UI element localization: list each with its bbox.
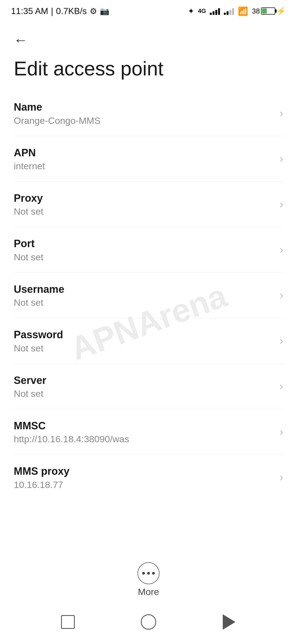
settings-item-value-0: Orange-Congo-MMS	[14, 115, 274, 126]
settings-item-name[interactable]: Name Orange-Congo-MMS ›	[14, 91, 283, 136]
settings-item-label-6: Server	[14, 374, 274, 387]
bolt-icon: ⚡	[276, 7, 286, 16]
settings-item-value-8: 10.16.18.77	[14, 479, 274, 490]
signal-bars-2	[224, 7, 234, 15]
time-display: 11:35 AM	[11, 6, 48, 16]
settings-item-label-5: Password	[14, 328, 274, 342]
settings-item-value-5: Not set	[14, 343, 274, 354]
settings-item-content-8: MMS proxy 10.16.18.77	[14, 465, 274, 490]
settings-item-label-8: MMS proxy	[14, 465, 274, 478]
settings-item-label-0: Name	[14, 100, 274, 114]
back-nav-icon	[223, 614, 235, 630]
settings-item-value-4: Not set	[14, 297, 274, 308]
settings-item-content-4: Username Not set	[14, 283, 274, 308]
wifi-icon: 📶	[238, 6, 248, 16]
signal-bars-1	[210, 7, 220, 15]
camera-icon: 📷	[100, 7, 109, 16]
settings-icon: ⚙	[90, 6, 97, 16]
battery-percent: 38	[252, 7, 260, 15]
home-icon	[141, 614, 156, 630]
status-left: 11:35 AM | 0.7KB/s ⚙ 📷	[11, 6, 109, 16]
settings-item-proxy[interactable]: Proxy Not set ›	[14, 182, 283, 227]
more-label: More	[138, 586, 159, 597]
battery-indicator: 38 ⚡	[252, 7, 286, 16]
status-bar: 11:35 AM | 0.7KB/s ⚙ 📷 ✦ 4G 📶 38 ⚡	[0, 0, 297, 22]
nav-back-button[interactable]	[217, 610, 241, 634]
settings-item-content-2: Proxy Not set	[14, 192, 274, 217]
settings-item-label-1: APN	[14, 146, 274, 160]
settings-item-password[interactable]: Password Not set ›	[14, 318, 283, 364]
status-right: ✦ 4G 📶 38 ⚡	[188, 6, 286, 16]
recents-icon	[61, 615, 75, 629]
settings-item-value-1: internet	[14, 161, 274, 171]
page-title: Edit access point	[0, 52, 297, 91]
settings-item-username[interactable]: Username Not set ›	[14, 273, 283, 318]
speed-display: 0.7KB/s	[56, 6, 87, 16]
settings-item-value-7: http://10.16.18.4:38090/was	[14, 434, 274, 444]
settings-item-label-4: Username	[14, 283, 274, 296]
settings-item-server[interactable]: Server Not set ›	[14, 364, 283, 409]
settings-list: Name Orange-Congo-MMS › APN internet › P…	[0, 91, 297, 500]
chevron-right-icon-2: ›	[280, 198, 283, 211]
settings-item-content-1: APN internet	[14, 146, 274, 171]
chevron-right-icon-7: ›	[280, 426, 283, 438]
settings-item-label-2: Proxy	[14, 192, 274, 205]
settings-item-mms-proxy[interactable]: MMS proxy 10.16.18.77 ›	[14, 455, 283, 500]
bluetooth-icon: ✦	[188, 7, 194, 16]
separator: |	[51, 6, 53, 16]
back-arrow-icon: ←	[13, 32, 28, 48]
more-circle-icon	[138, 562, 160, 584]
settings-item-content-0: Name Orange-Congo-MMS	[14, 100, 274, 126]
chevron-right-icon-6: ›	[280, 380, 283, 392]
settings-item-content-7: MMSC http://10.16.18.4:38090/was	[14, 419, 274, 444]
settings-item-value-3: Not set	[14, 252, 274, 263]
chevron-right-icon-4: ›	[280, 289, 283, 301]
chevron-right-icon-5: ›	[280, 335, 283, 347]
settings-item-label-3: Port	[14, 237, 274, 250]
nav-home-button[interactable]	[136, 610, 161, 634]
chevron-right-icon-0: ›	[280, 107, 283, 119]
settings-item-content-3: Port Not set	[14, 237, 274, 262]
battery-fill	[262, 9, 267, 13]
settings-item-mmsc[interactable]: MMSC http://10.16.18.4:38090/was ›	[14, 409, 283, 455]
settings-item-port[interactable]: Port Not set ›	[14, 227, 283, 272]
settings-item-value-6: Not set	[14, 388, 274, 399]
chevron-right-icon-8: ›	[280, 471, 283, 484]
settings-item-label-7: MMSC	[14, 419, 274, 433]
settings-item-apn[interactable]: APN internet ›	[14, 136, 283, 182]
more-dot-2	[147, 572, 150, 575]
nav-recents-button[interactable]	[56, 610, 80, 634]
chevron-right-icon-1: ›	[280, 152, 283, 165]
more-dot-3	[152, 572, 155, 575]
more-section: More	[0, 562, 297, 597]
settings-item-content-5: Password Not set	[14, 328, 274, 353]
more-button[interactable]: More	[138, 562, 160, 597]
back-button[interactable]: ←	[11, 30, 30, 50]
settings-item-value-2: Not set	[14, 206, 274, 217]
settings-item-content-6: Server Not set	[14, 374, 274, 399]
navigation-bar	[0, 600, 297, 644]
network-4g-icon: 4G	[198, 7, 206, 15]
battery-box	[261, 7, 275, 15]
chevron-right-icon-3: ›	[280, 244, 283, 256]
more-dot-1	[142, 572, 145, 575]
back-area: ←	[0, 22, 297, 52]
